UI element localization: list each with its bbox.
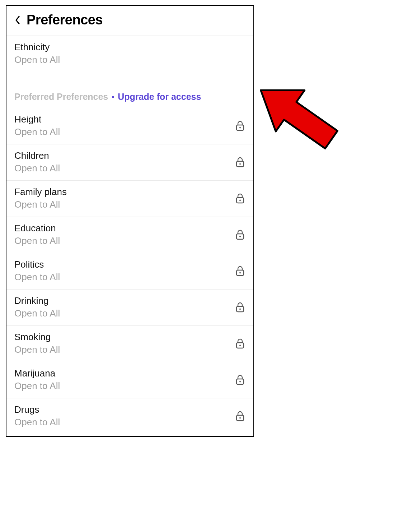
row-label: Marijuana xyxy=(14,368,60,379)
svg-point-9 xyxy=(239,272,241,274)
lock-icon xyxy=(235,192,245,204)
row-value: Open to All xyxy=(14,308,60,319)
svg-point-3 xyxy=(239,163,241,165)
svg-point-15 xyxy=(239,381,241,383)
preference-row-marijuana[interactable]: Marijuana Open to All xyxy=(6,362,253,398)
row-text: Drinking Open to All xyxy=(14,295,60,319)
preference-row-education[interactable]: Education Open to All xyxy=(6,217,253,253)
row-text: Politics Open to All xyxy=(14,259,60,283)
preferences-panel: Preferences Ethnicity Open to All Prefer… xyxy=(6,5,254,437)
row-text: Height Open to All xyxy=(14,114,60,138)
row-label: Height xyxy=(14,114,60,125)
row-label: Smoking xyxy=(14,332,60,343)
preference-row-height[interactable]: Height Open to All xyxy=(6,108,253,144)
lock-icon xyxy=(235,337,245,350)
row-text: Smoking Open to All xyxy=(14,332,60,355)
arrow-annotation xyxy=(240,75,352,154)
preference-row-ethnicity[interactable]: Ethnicity Open to All xyxy=(6,36,253,72)
row-text: Marijuana Open to All xyxy=(14,368,60,392)
svg-point-7 xyxy=(239,236,241,237)
row-value: Open to All xyxy=(14,199,67,210)
header: Preferences xyxy=(6,6,253,36)
row-label: Ethnicity xyxy=(14,42,60,53)
lock-icon xyxy=(235,156,245,168)
row-label: Family plans xyxy=(14,186,67,198)
preference-row-drinking[interactable]: Drinking Open to All xyxy=(6,290,253,326)
svg-point-17 xyxy=(239,417,241,419)
row-value: Open to All xyxy=(14,54,60,65)
row-value: Open to All xyxy=(14,126,60,138)
row-label: Education xyxy=(14,223,60,234)
preference-row-smoking[interactable]: Smoking Open to All xyxy=(6,326,253,362)
svg-point-11 xyxy=(239,309,241,310)
row-text: Children Open to All xyxy=(14,150,60,174)
row-label: Politics xyxy=(14,259,60,270)
row-label: Drinking xyxy=(14,295,60,306)
preference-row-drugs[interactable]: Drugs Open to All xyxy=(6,398,253,434)
svg-point-5 xyxy=(239,200,241,201)
row-value: Open to All xyxy=(14,272,60,283)
row-text: Ethnicity Open to All xyxy=(14,42,60,65)
back-button[interactable] xyxy=(14,15,22,25)
lock-icon xyxy=(235,228,245,241)
row-value: Open to All xyxy=(14,344,60,355)
row-text: Education Open to All xyxy=(14,223,60,246)
row-label: Children xyxy=(14,150,60,161)
lock-icon xyxy=(235,410,245,422)
row-value: Open to All xyxy=(14,380,60,392)
svg-point-1 xyxy=(239,127,241,129)
row-value: Open to All xyxy=(14,417,60,428)
lock-icon xyxy=(235,265,245,277)
preference-row-politics[interactable]: Politics Open to All xyxy=(6,253,253,290)
row-label: Drugs xyxy=(14,404,60,415)
row-text: Drugs Open to All xyxy=(14,404,60,428)
upgrade-link[interactable]: Upgrade for access xyxy=(118,92,201,102)
preference-row-family-plans[interactable]: Family plans Open to All xyxy=(6,181,253,217)
row-value: Open to All xyxy=(14,163,60,174)
lock-icon xyxy=(235,301,245,313)
section-header: Preferred Preferences • Upgrade for acce… xyxy=(6,72,253,108)
chevron-left-icon xyxy=(15,16,20,24)
lock-icon xyxy=(235,120,245,132)
row-text: Family plans Open to All xyxy=(14,186,67,210)
page-title: Preferences xyxy=(27,12,103,28)
lock-icon xyxy=(235,374,245,386)
svg-point-13 xyxy=(239,345,241,346)
row-value: Open to All xyxy=(14,235,60,246)
section-label: Preferred Preferences xyxy=(14,92,108,102)
preference-row-children[interactable]: Children Open to All xyxy=(6,144,253,181)
section-bullet: • xyxy=(112,93,114,101)
